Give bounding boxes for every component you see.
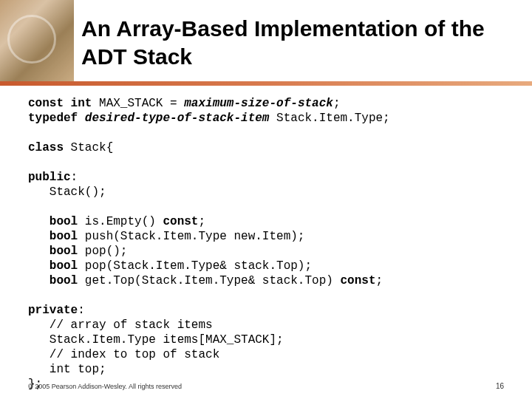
code-block: const int MAX_STACK = maximum-size-of-st… bbox=[28, 96, 517, 392]
code-text: Stack.Item.Type items[MAX_STACK]; bbox=[28, 333, 284, 347]
code-text: ; bbox=[198, 215, 205, 228]
code-kw: const bbox=[340, 274, 375, 287]
code-text: // index to top of stack bbox=[28, 348, 219, 361]
page-number: 16 bbox=[496, 382, 504, 390]
code-kw: typedef bbox=[28, 112, 78, 125]
code-text: push(Stack.Item.Type new.Item); bbox=[78, 230, 304, 243]
code-kw: class bbox=[28, 141, 64, 154]
code-text: ; bbox=[376, 274, 383, 287]
code-text: int top; bbox=[28, 363, 106, 376]
footer-copyright: © 2005 Pearson Addison-Wesley. All right… bbox=[28, 383, 504, 390]
code-kw: bool bbox=[28, 215, 78, 228]
code-text: ; bbox=[333, 97, 341, 110]
code-kw: private bbox=[28, 304, 78, 317]
code-italic: desired-type-of-stack-item bbox=[85, 112, 270, 125]
slide-title: An Array-Based Implementation of the ADT… bbox=[81, 15, 517, 70]
code-text: Stack{ bbox=[64, 141, 113, 154]
code-kw: bool bbox=[28, 245, 78, 258]
code-kw: const int bbox=[28, 97, 92, 110]
header-rule bbox=[0, 81, 532, 86]
code-text: is.Empty() bbox=[78, 215, 163, 228]
code-kw: bool bbox=[28, 230, 78, 243]
code-text: Stack(); bbox=[28, 185, 106, 199]
code-kw: bool bbox=[28, 259, 78, 273]
code-text: : bbox=[71, 171, 78, 184]
code-text bbox=[78, 112, 85, 125]
code-kw: public bbox=[28, 171, 71, 184]
code-text: : bbox=[78, 304, 85, 317]
code-text: pop(); bbox=[78, 245, 127, 258]
code-text: MAX_STACK = bbox=[92, 97, 184, 110]
code-italic: maximum-size-of-stack bbox=[184, 97, 333, 110]
code-kw: bool bbox=[28, 274, 78, 287]
code-text: Stack.Item.Type; bbox=[269, 112, 389, 125]
header-decoration bbox=[0, 0, 74, 85]
code-text: // array of stack items bbox=[28, 318, 213, 332]
code-text: pop(Stack.Item.Type& stack.Top); bbox=[78, 259, 312, 273]
code-kw: const bbox=[163, 215, 198, 228]
code-text: get.Top(Stack.Item.Type& stack.Top) bbox=[78, 274, 340, 287]
